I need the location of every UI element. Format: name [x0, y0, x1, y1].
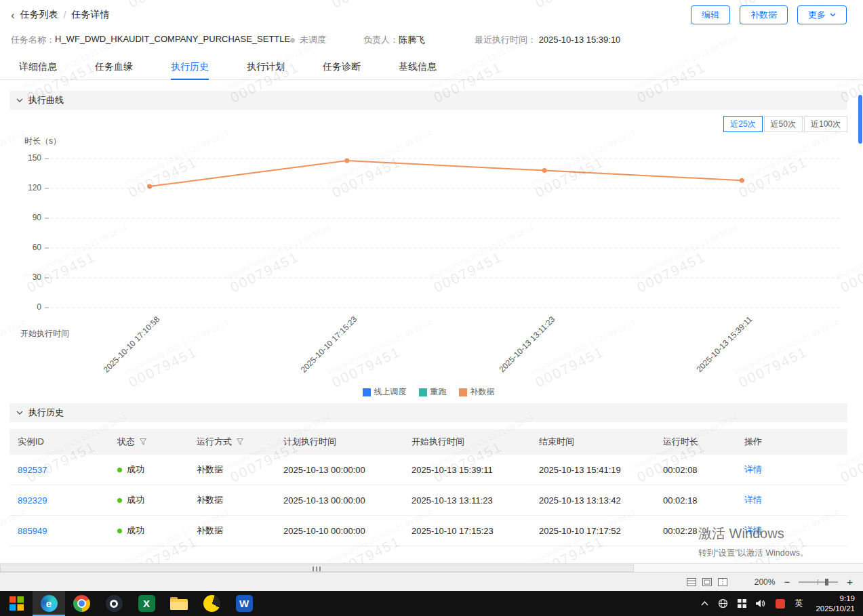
x-axis-tick-label: 2025-10-13 13:11:23 [497, 314, 557, 374]
normal-view-icon[interactable] [687, 578, 696, 586]
run-mode-cell: 补数据 [188, 525, 275, 537]
status-cell: 成功 [109, 494, 188, 506]
taskbar-clock[interactable]: 9:19 2025/10/21 [807, 594, 863, 614]
vertical-scrollbar-thumb[interactable] [858, 95, 862, 144]
range-100-button[interactable]: 近100次 [804, 116, 847, 132]
backfill-button-label: 补数据 [750, 9, 777, 21]
status-cell: 成功 [109, 464, 188, 476]
legend-label-backfill: 补数据 [470, 386, 495, 398]
chevron-down-icon [830, 13, 836, 17]
excel-icon: X [138, 595, 155, 612]
chart-legend: 线上调度 重跑 补数据 [9, 386, 847, 398]
detail-link[interactable]: 详情 [744, 525, 762, 537]
range-button-group: 近25次 近50次 近100次 [9, 116, 847, 132]
tab-baseline-info[interactable]: 基线信息 [399, 54, 437, 79]
detail-link[interactable]: 详情 [744, 464, 762, 476]
taskbar-file-explorer[interactable] [163, 591, 195, 616]
view-mode-icons [687, 578, 727, 586]
duration-cell: 00:02:08 [655, 465, 736, 475]
scrollbar-grip-icon [313, 567, 321, 571]
table-row: 885949 成功 补数据 2025-10-10 00:00:00 2025-1… [9, 516, 847, 546]
back-chevron-icon[interactable]: ‹ [11, 9, 15, 21]
collapse-chevron-icon[interactable] [16, 98, 23, 102]
x-axis-tick-label: 2025-10-10 17:10:58 [102, 314, 162, 375]
volume-icon [756, 599, 766, 608]
history-section-title: 执行历史 [28, 407, 64, 419]
backfill-button[interactable]: 补数据 [740, 5, 788, 24]
taskbar-word-app[interactable]: W [228, 591, 260, 616]
end-time-cell: 2025-10-13 13:13:42 [531, 495, 655, 506]
tab-detail-info[interactable]: 详细信息 [19, 54, 57, 79]
data-point [147, 184, 152, 189]
taskbar-dark-app[interactable] [98, 591, 130, 616]
col-duration: 运行时长 [655, 436, 736, 448]
schedule-status-dot-icon [290, 38, 295, 43]
legend-swatch-online-icon [363, 388, 371, 396]
instance-id-link[interactable]: 892537 [18, 465, 47, 475]
page-break-view-icon[interactable] [718, 578, 727, 586]
breadcrumb-separator: / [64, 9, 66, 20]
start-button[interactable] [0, 591, 33, 616]
windows-logo-icon [9, 596, 24, 611]
page-layout-view-icon[interactable] [702, 578, 712, 586]
curve-plot-svg [9, 134, 847, 316]
success-status-dot-icon [117, 498, 122, 503]
tab-execution-history[interactable]: 执行历史 [171, 54, 209, 79]
volume-tray-button[interactable] [751, 591, 771, 616]
planned-time-cell: 2025-10-10 00:00:00 [275, 526, 403, 536]
data-point [344, 158, 349, 163]
taskbar-yellow-app[interactable] [195, 591, 228, 616]
task-info-row: 任务名称： H_WF_DWD_HKAUDIT_COMPANY_PURCHASE_… [0, 30, 863, 50]
apps-grid-tray-button[interactable] [733, 591, 751, 616]
run-mode-filter-icon[interactable] [237, 438, 243, 445]
edit-button[interactable]: 编辑 [691, 5, 730, 24]
zoom-in-button[interactable]: + [845, 576, 855, 588]
y-axis-tick-label: 30 [9, 272, 41, 282]
data-point [740, 178, 744, 183]
breadcrumb-task-list[interactable]: 任务列表 [20, 9, 58, 21]
owner-label: 负责人： [363, 34, 399, 46]
series-line-backfill [150, 161, 742, 186]
range-50-button[interactable]: 近50次 [764, 116, 803, 132]
red-app-tray-button[interactable] [771, 591, 790, 616]
history-section-header[interactable]: 执行历史 [9, 403, 847, 422]
curve-section-header[interactable]: 执行曲线 [9, 91, 847, 110]
zoom-percentage: 200% [752, 577, 775, 587]
execution-curve-chart: 时长（s） 开始执行时间 线上调度 重跑 补数据 030609012015020… [9, 134, 847, 403]
legend-item-backfill[interactable]: 补数据 [459, 386, 495, 398]
run-mode-cell: 补数据 [188, 494, 275, 506]
legend-label-rerun: 重跑 [430, 386, 447, 398]
file-explorer-icon [170, 597, 188, 610]
status-filter-icon[interactable] [140, 438, 146, 445]
instance-id-link[interactable]: 885949 [18, 526, 47, 536]
taskbar-chrome-app[interactable] [65, 591, 98, 616]
legend-item-rerun[interactable]: 重跑 [419, 386, 447, 398]
zoom-slider-thumb[interactable] [825, 579, 828, 586]
tab-task-lineage[interactable]: 任务血缘 [95, 54, 133, 79]
more-button[interactable]: 更多 [797, 5, 847, 24]
horizontal-scrollbar[interactable] [0, 563, 863, 572]
horizontal-scrollbar-thumb[interactable] [0, 564, 634, 572]
edit-button-label: 编辑 [702, 9, 719, 21]
tab-execution-plan[interactable]: 执行计划 [247, 54, 285, 79]
chrome-browser-icon [73, 595, 90, 612]
zoom-slider[interactable] [799, 577, 838, 587]
detail-link[interactable]: 详情 [744, 494, 762, 506]
zoom-out-button[interactable]: − [782, 576, 792, 588]
range-25-button[interactable]: 近25次 [723, 116, 762, 132]
legend-item-online-schedule[interactable]: 线上调度 [363, 386, 407, 398]
taskbar-excel-app[interactable]: X [130, 591, 163, 616]
network-globe-icon [718, 598, 728, 609]
legend-label-online: 线上调度 [374, 386, 407, 398]
vertical-scrollbar[interactable] [858, 0, 862, 561]
hidden-icons-button[interactable] [696, 591, 713, 616]
more-button-label: 更多 [808, 9, 826, 21]
taskbar-edge-app[interactable]: e [33, 591, 65, 616]
planned-time-cell: 2025-10-13 00:00:00 [275, 465, 403, 475]
ime-indicator[interactable]: 英 [790, 591, 807, 616]
network-tray-button[interactable] [713, 591, 733, 616]
collapse-chevron-icon[interactable] [16, 411, 23, 415]
task-owner: 负责人： 陈腾飞 [363, 34, 475, 46]
instance-id-link[interactable]: 892329 [18, 495, 47, 506]
tab-task-diagnosis[interactable]: 任务诊断 [323, 54, 361, 79]
